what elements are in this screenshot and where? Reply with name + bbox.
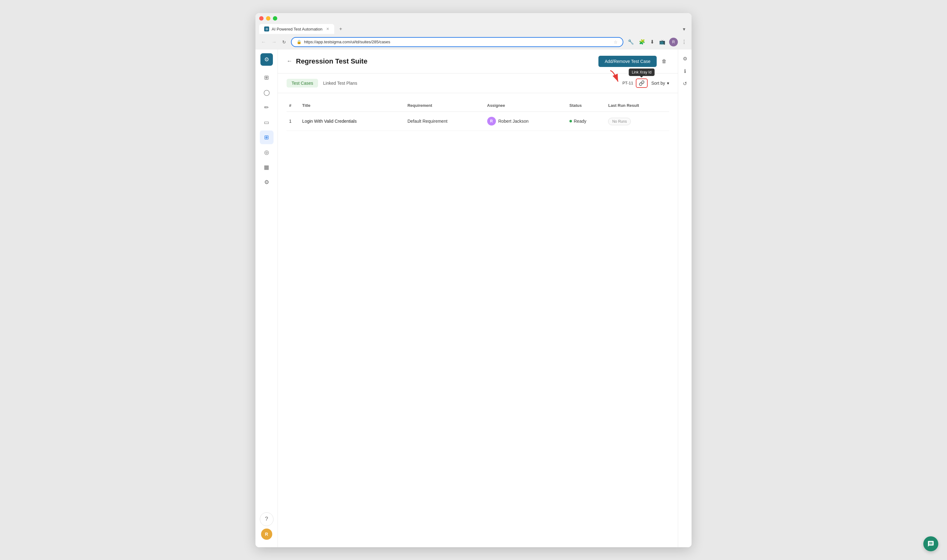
url-text: https://app.testsigma.com/ui/td/suites/2…	[304, 40, 611, 44]
extension-icon[interactable]: 🔧	[627, 38, 635, 46]
address-bar-row: ← → ↻ 🔒 https://app.testsigma.com/ui/td/…	[256, 35, 691, 49]
left-sidebar: ⚙ ⊞ ◯ ✏ ▭ ⊞ ◎ ▦ ⚙ ? R	[256, 49, 278, 547]
sidebar-item-bar-chart[interactable]: ▦	[260, 160, 274, 174]
cast-icon[interactable]: 📺	[658, 38, 667, 46]
sidebar-item-edit[interactable]: ✏	[260, 101, 274, 114]
chat-icon	[927, 540, 934, 547]
tab-close-icon[interactable]: ✕	[326, 27, 329, 31]
bookmark-icon[interactable]: ☆	[614, 40, 618, 45]
status-text: Ready	[574, 118, 586, 124]
tabs-right-area: PT-11 Link Xray Id	[622, 78, 669, 88]
page-title: Regression Test Suite	[296, 57, 367, 65]
refresh-button[interactable]: ↻	[280, 39, 288, 45]
new-tab-button[interactable]: +	[336, 24, 346, 34]
assignee-name: Robert Jackson	[499, 118, 529, 124]
col-header-title: Title	[300, 99, 405, 112]
no-runs-badge: No Runs	[608, 118, 631, 125]
sidebar-user-avatar[interactable]: R	[261, 529, 272, 540]
row-requirement: Default Requirement	[405, 111, 485, 131]
tab-test-cases[interactable]: Test Cases	[286, 79, 318, 88]
delete-icon[interactable]: 🗑	[659, 56, 669, 67]
tabs-row: Test Cases Linked Test Plans	[278, 74, 678, 93]
table-container: # Title Requirement Assignee Status Last…	[278, 93, 678, 137]
active-tab[interactable]: ⚙ AI Powered Test Automation ✕	[259, 24, 334, 34]
header-actions: Add/Remove Test Case 🗑	[598, 56, 669, 67]
traffic-light-red[interactable]	[259, 16, 263, 20]
right-history-icon[interactable]: ↺	[679, 78, 691, 89]
tab-title: AI Powered Test Automation	[272, 27, 322, 31]
app-logo[interactable]: ⚙	[260, 53, 273, 66]
link-xray-button[interactable]	[636, 78, 648, 88]
status-indicator	[570, 120, 572, 122]
tab-chevron-icon[interactable]: ▾	[681, 24, 688, 35]
more-options-icon[interactable]: ⋮	[681, 38, 688, 46]
back-button[interactable]: ←	[286, 58, 292, 65]
link-xray-tooltip: Link Xray Id	[629, 69, 654, 76]
row-title[interactable]: Login With Valid Credentials	[300, 111, 405, 131]
right-sidebar: ⚙ ℹ ↺	[678, 49, 691, 547]
lock-icon: 🔒	[297, 40, 302, 44]
test-cases-table: # Title Requirement Assignee Status Last…	[286, 99, 669, 131]
assignee-avatar: R	[487, 117, 496, 126]
browser-user-avatar[interactable]: R	[669, 38, 678, 46]
sidebar-item-grid2[interactable]: ⊞	[260, 131, 274, 144]
row-number: 1	[286, 111, 300, 131]
xray-id-text: PT-11	[622, 81, 633, 85]
row-last-run: No Runs	[605, 111, 669, 131]
sort-chevron-icon: ▾	[667, 81, 669, 86]
sort-by-label: Sort by	[651, 81, 665, 86]
table-row: 1 Login With Valid Credentials Default R…	[286, 111, 669, 131]
red-arrow-annotation	[607, 69, 623, 85]
sidebar-item-chart[interactable]: ◯	[260, 86, 274, 99]
traffic-light-green[interactable]	[273, 16, 277, 20]
sort-by-button[interactable]: Sort by ▾	[651, 81, 669, 86]
row-assignee: R Robert Jackson	[485, 111, 567, 131]
traffic-light-yellow[interactable]	[266, 16, 270, 20]
xray-id-area: PT-11 Link Xray Id	[622, 78, 648, 88]
sidebar-item-folder[interactable]: ▭	[260, 115, 274, 129]
col-header-requirement: Requirement	[405, 99, 485, 112]
sidebar-item-help[interactable]: ?	[260, 512, 274, 526]
link-xray-tooltip-container: Link Xray Id	[636, 78, 648, 88]
address-input[interactable]: 🔒 https://app.testsigma.com/ui/td/suites…	[291, 37, 623, 47]
forward-nav-button[interactable]: →	[270, 38, 279, 46]
row-status: Ready	[567, 111, 606, 131]
tab-favicon: ⚙	[264, 26, 269, 31]
sidebar-item-settings[interactable]: ⚙	[260, 175, 274, 189]
download-icon[interactable]: ⬇	[649, 38, 655, 46]
sidebar-item-grid[interactable]: ⊞	[260, 71, 274, 85]
main-content: ← Regression Test Suite Add/Remove Test …	[278, 49, 678, 547]
sidebar-item-target[interactable]: ◎	[260, 145, 274, 159]
link-icon	[639, 80, 645, 86]
col-header-status: Status	[567, 99, 606, 112]
tab-linked-test-plans[interactable]: Linked Test Plans	[318, 79, 362, 88]
col-header-hash: #	[286, 99, 300, 112]
add-remove-test-case-button[interactable]: Add/Remove Test Case	[598, 56, 657, 67]
col-header-assignee: Assignee	[485, 99, 567, 112]
right-settings-icon[interactable]: ⚙	[679, 53, 691, 65]
chat-fab-button[interactable]	[923, 536, 938, 551]
col-header-last-run: Last Run Result	[605, 99, 669, 112]
puzzle-icon[interactable]: 🧩	[637, 38, 647, 46]
back-nav-button[interactable]: ←	[259, 38, 268, 46]
right-info-icon[interactable]: ℹ	[679, 66, 691, 77]
